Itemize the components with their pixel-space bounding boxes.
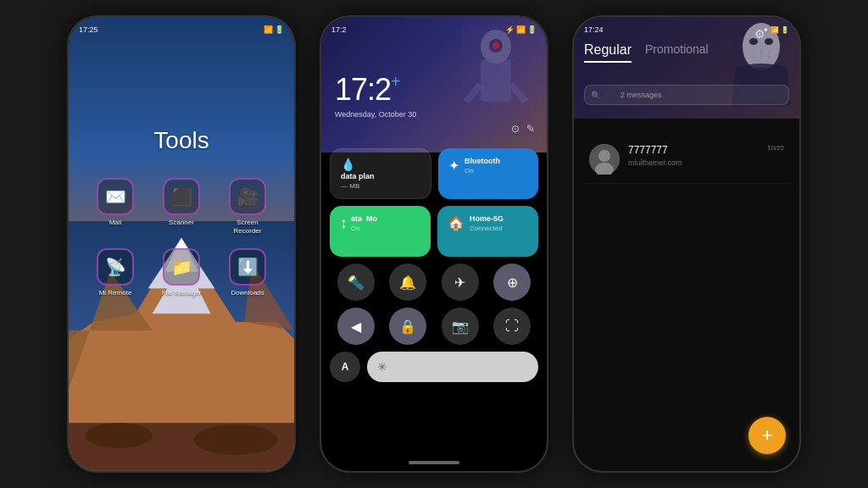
phone-2-home-indicator[interactable] [409,461,459,464]
search-icon: 🔍 [591,91,601,100]
camera-icon: 📷 [452,319,469,335]
message-preview-text: miuithemer.com [628,158,759,167]
phone-1-app-grid: ✉️ Mail ⬛ Scanner 🎥 Screen Recorder 📡 [88,178,275,311]
phone-2-settings-icon[interactable]: ✎ [526,123,535,135]
mail-icon: ✉️ [97,178,134,215]
control-row-1: 💧 data plan — MB ✦ Bluetooth On [330,148,538,199]
phone-1-battery: 🔋 [275,25,284,34]
auto-brightness-button[interactable]: A [330,352,360,382]
app-mail[interactable]: ✉️ Mail [92,178,139,235]
compose-button[interactable]: + [748,417,786,454]
flashlight-icon: 🔦 [348,274,364,291]
message-sender-name: 7777777 [628,144,759,156]
mail-label: Mail [109,219,122,227]
search-input[interactable]: 2 messages [584,85,789,105]
tab-regular[interactable]: Regular [584,42,632,63]
expand-icon: ⛶ [505,319,519,334]
message-avatar-1 [589,144,620,175]
mobile-data-tile[interactable]: ↕ ata Mo On [330,206,431,257]
bluetooth-tile[interactable]: ✦ Bluetooth On [438,148,538,199]
search-placeholder: 2 messages [620,91,662,99]
message-item-1[interactable]: 7777777 miuithemer.com 10/25 [582,136,791,184]
bluetooth-icon: ✦ [448,158,459,174]
phone-2-date: Wednesday, October 30 [335,110,416,119]
app-mi-remote[interactable]: 📡 Mi Remote [92,248,139,297]
wifi-title: Home-5G [470,214,504,223]
phone-2-time-display: 17:2+ [335,72,400,107]
mi-remote-icon: 📡 [97,248,134,286]
data-plan-icon: 💧 [341,158,420,171]
location-button[interactable]: ◀ [337,308,375,345]
airplane-button[interactable]: ✈ [442,263,479,301]
phone-1-folder-title: Tools [153,127,209,154]
auto-brightness-label: A [342,361,349,373]
scanner-label: Scanner [169,219,194,227]
message-date: 10/25 [767,144,784,152]
svg-point-24 [598,150,610,162]
control-circles-2: ◀ 🔒 📷 ⛶ [330,308,538,345]
screen-recorder-label: Screen Recorder [224,219,271,235]
file-manager-label: File Manager [162,289,202,297]
phone-2-top-icons: ⊙ ✎ [511,123,535,135]
app-downloads[interactable]: ⬇️ Downloads [224,248,271,297]
phone-2-bg: 17:2 ⚡ 📶 🔋 17:2+ Wednesday, October 30 ⊙… [321,17,547,471]
alarm-button[interactable]: 🔔 [389,263,426,301]
phone-1-signal: 📶 [264,25,273,34]
settings-gear-icon[interactable]: ⚙ [754,27,765,41]
nfc-icon: ⊕ [507,274,518,291]
phone-2-status-icons: ⚡ 📶 🔋 [505,25,537,34]
phone-2-screen: 17:2 ⚡ 📶 🔋 17:2+ Wednesday, October 30 ⊙… [321,17,547,471]
expand-button[interactable]: ⛶ [493,308,531,345]
data-plan-title: data plan [341,172,420,180]
phone-3: 17:24 ✦ 📶 🔋 ⚙ Regular Promotional 🔍 [572,15,801,473]
downloads-label: Downloads [231,289,264,297]
data-plan-sub: — MB [341,182,420,190]
lock-icon: 🔒 [399,319,416,335]
mi-remote-label: Mi Remote [99,289,132,297]
phone-3-time: 17:24 [584,25,604,34]
phone-3-status-icons: ✦ 📶 🔋 [763,25,789,34]
phone-1-app-row-2: 📡 Mi Remote 📁 File Manager ⬇️ Downloads [88,248,275,297]
tab-promotional[interactable]: Promotional [645,42,709,63]
phone-1-time: 17:25 [79,25,98,34]
airplane-icon: ✈ [454,274,465,291]
phone-3-signal: 📶 [771,26,779,34]
location-icon: ◀ [351,319,361,335]
screen-recorder-icon: 🎥 [229,178,266,215]
lock-button[interactable]: 🔒 [389,308,426,345]
alarm-icon: 🔔 [399,274,416,291]
wifi-sub: Connected [470,225,504,232]
app-scanner[interactable]: ⬛ Scanner [158,178,205,235]
file-manager-icon: 📁 [163,248,200,286]
flashlight-button[interactable]: 🔦 [337,263,375,301]
mobile-data-icon: ↕ [340,214,348,232]
phone-2-edit-icon[interactable]: ⊙ [511,123,520,135]
scanner-icon: ⬛ [163,178,200,215]
phone-2-signal: 📶 [516,25,526,34]
phone-1-bg: 17:25 📶 🔋 Tools ✉️ Mail ⬛ Scanner [69,17,294,471]
camera-button[interactable]: 📷 [442,308,479,345]
phone-3-screen: 17:24 ✦ 📶 🔋 ⚙ Regular Promotional 🔍 [574,17,799,471]
phone-2-time-status: 17:2 [331,25,347,34]
phone-2-status-bar: 17:2 ⚡ 📶 🔋 [331,25,537,34]
phone-2-clock: 17:2+ [335,72,400,108]
phone-1-status-bar: 17:25 📶 🔋 [79,25,284,34]
downloads-icon: ⬇️ [229,248,266,286]
app-file-manager[interactable]: 📁 File Manager [158,248,205,297]
app-screen-recorder[interactable]: 🎥 Screen Recorder [224,178,271,235]
compose-plus-icon: + [762,424,773,446]
phone-1-status-icons: 📶 🔋 [264,25,284,34]
brightness-slider[interactable]: ✳ [367,352,538,382]
wifi-tile[interactable]: 🏠 Home-5G Connected [437,206,538,257]
svg-rect-11 [481,59,511,102]
svg-point-15 [492,42,499,49]
data-plan-tile[interactable]: 💧 data plan — MB [330,148,431,199]
svg-point-7 [86,423,153,448]
message-info-1: 7777777 miuithemer.com [628,144,759,167]
control-panel: 💧 data plan — MB ✦ Bluetooth On [330,148,538,387]
bluetooth-title: Bluetooth [465,157,500,165]
nfc-button[interactable]: ⊕ [493,263,531,301]
brightness-icon: ✳ [377,360,387,374]
phone-1: 17:25 📶 🔋 Tools ✉️ Mail ⬛ Scanner [67,15,296,473]
phone-3-bg: 17:24 ✦ 📶 🔋 ⚙ Regular Promotional 🔍 [574,17,799,471]
